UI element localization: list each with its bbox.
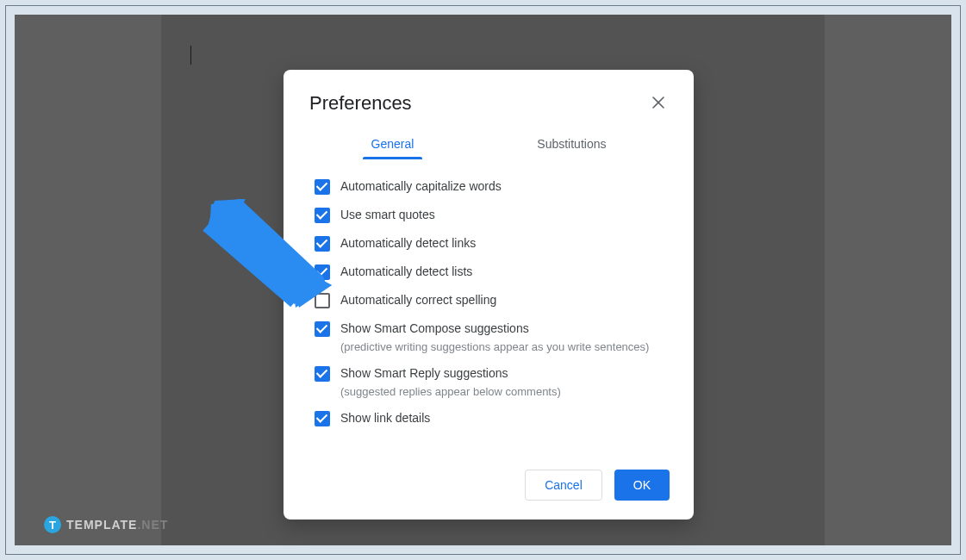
sub-smart-compose: (predictive writing suggestions appear a… xyxy=(340,340,649,353)
label-auto-capitalize: Automatically capitalize words xyxy=(340,178,502,195)
ok-button[interactable]: OK xyxy=(614,470,670,501)
label-smart-reply: Show Smart Reply suggestions xyxy=(340,365,561,382)
app-background: Preferences General Substitutions Automa… xyxy=(15,15,951,545)
watermark-text: TEMPLATE.NET xyxy=(66,518,168,532)
label-detect-lists: Automatically detect lists xyxy=(340,264,472,280)
checkbox-correct-spelling[interactable] xyxy=(315,293,330,308)
options-list: Automatically capitalize words Use smart… xyxy=(309,178,668,426)
tab-general[interactable]: General xyxy=(368,130,418,159)
label-smart-compose: Show Smart Compose suggestions xyxy=(340,320,649,337)
option-detect-lists: Automatically detect lists xyxy=(315,264,668,280)
label-link-details: Show link details xyxy=(340,410,430,426)
option-smart-quotes: Use smart quotes xyxy=(315,207,668,223)
watermark: T TEMPLATE.NET xyxy=(44,516,168,533)
dialog-footer: Cancel OK xyxy=(525,470,670,501)
option-smart-reply: Show Smart Reply suggestions (suggested … xyxy=(315,365,668,398)
checkbox-link-details[interactable] xyxy=(315,411,330,426)
outer-frame: Preferences General Substitutions Automa… xyxy=(5,5,961,555)
preferences-dialog: Preferences General Substitutions Automa… xyxy=(284,70,694,520)
watermark-badge-icon: T xyxy=(44,516,61,533)
tab-substitutions[interactable]: Substitutions xyxy=(533,130,609,159)
text-cursor xyxy=(190,46,191,65)
label-detect-links: Automatically detect links xyxy=(340,235,476,252)
option-link-details: Show link details xyxy=(315,410,668,426)
checkbox-smart-quotes[interactable] xyxy=(315,208,330,223)
watermark-suffix: .NET xyxy=(137,518,168,532)
close-icon[interactable] xyxy=(649,92,668,115)
sub-smart-reply: (suggested replies appear below comments… xyxy=(340,385,561,398)
label-correct-spelling: Automatically correct spelling xyxy=(340,292,496,308)
option-smart-compose: Show Smart Compose suggestions (predicti… xyxy=(315,320,668,353)
watermark-name: TEMPLATE xyxy=(66,518,137,532)
checkbox-smart-compose[interactable] xyxy=(315,321,330,337)
label-smart-quotes: Use smart quotes xyxy=(340,207,435,223)
option-correct-spelling: Automatically correct spelling xyxy=(315,292,668,308)
dialog-header: Preferences xyxy=(309,92,668,115)
checkbox-smart-reply[interactable] xyxy=(315,366,330,382)
cancel-button[interactable]: Cancel xyxy=(525,470,602,501)
checkbox-detect-links[interactable] xyxy=(315,236,330,252)
option-auto-capitalize: Automatically capitalize words xyxy=(315,178,668,195)
dialog-title: Preferences xyxy=(309,92,412,115)
option-detect-links: Automatically detect links xyxy=(315,235,668,252)
checkbox-detect-lists[interactable] xyxy=(315,264,330,280)
checkbox-auto-capitalize[interactable] xyxy=(315,179,330,195)
tabs: General Substitutions xyxy=(309,130,668,159)
